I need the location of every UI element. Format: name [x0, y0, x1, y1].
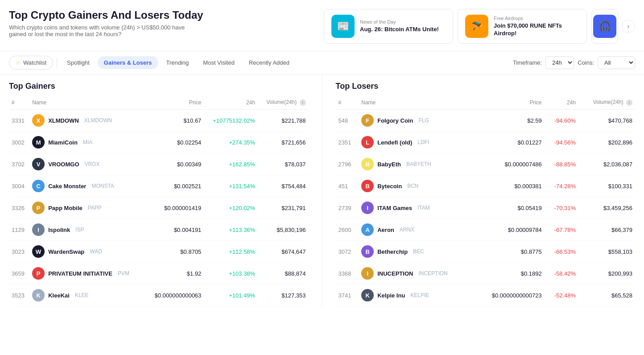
coin-symbol: KLEE	[75, 292, 89, 298]
rank-header-l: #	[336, 95, 359, 110]
rank-cell: 3368	[336, 263, 359, 285]
table-row: 3004 C Cake Monster MONSTA $0.002521 +13…	[9, 175, 309, 197]
tab-separator	[57, 58, 57, 67]
change-cell: +274.35%	[204, 132, 258, 153]
name-cell[interactable]: B Betherchip BEC	[359, 241, 475, 263]
rank-cell: 3523	[9, 285, 29, 306]
name-cell[interactable]: P Papp Mobile PAPP	[29, 197, 145, 219]
change-header-l: 24h	[545, 95, 578, 110]
volume-cell: $674,647	[258, 241, 308, 263]
name-cell[interactable]: V VROOMGO VRGX	[29, 153, 145, 175]
coin-symbol: BABYETH	[406, 161, 431, 167]
name-cell[interactable]: L Lendefi (old) LDFI	[359, 132, 475, 153]
coin-icon: V	[32, 158, 45, 170]
losers-table: # Name Price 24h Volume(24h) i 548 F Fol…	[336, 95, 636, 306]
change-cell: -52.48%	[545, 285, 578, 306]
price-cell: $0.004191	[145, 219, 204, 241]
table-row: 2796 B BabyEth BABYETH $0.000007486 -88.…	[336, 153, 636, 175]
price-cell: $0.002521	[145, 175, 204, 197]
page-subtitle: Which crypto coins and tokens with volum…	[9, 24, 187, 37]
tab-trending[interactable]: Trending	[160, 56, 195, 69]
name-cell[interactable]: W WardenSwap WAD	[29, 241, 145, 263]
rank-cell: 3002	[9, 132, 29, 153]
volume-cell: $2,036,087	[578, 153, 635, 175]
coin-icon: C	[32, 180, 45, 192]
volume-cell: $221,788	[258, 110, 308, 132]
coins-select[interactable]: All Coins Tokens	[598, 56, 635, 69]
table-row: 3523 K KleeKai KLEE $0.000000000063 +101…	[9, 285, 309, 306]
news-card-label-0: News of the Day	[360, 19, 439, 25]
news-next-arrow[interactable]: ›	[622, 20, 635, 33]
coin-icon: F	[361, 114, 374, 127]
coin-icon: M	[32, 136, 45, 149]
coin-icon: I	[32, 223, 45, 236]
name-cell[interactable]: M MiamiCoin MIA	[29, 132, 145, 153]
coin-name: KleeKai	[48, 292, 70, 299]
price-cell: $0.000007486	[475, 153, 545, 175]
name-cell[interactable]: F Folgory Coin FLG	[359, 110, 475, 132]
table-row: 3702 V VROOMGO VRGX $0.00349 +162.85% $7…	[9, 153, 309, 175]
price-header-l: Price	[475, 95, 545, 110]
change-cell: -58.42%	[545, 263, 578, 285]
price-cell: $0.8705	[145, 241, 204, 263]
news-cards-container: 📰 News of the Day Aug. 26: Bitcoin ATMs …	[324, 9, 618, 44]
rank-cell: 3702	[9, 153, 29, 175]
volume-cell: $66,379	[578, 219, 635, 241]
table-row: 3326 P Papp Mobile PAPP $0.000001419 +12…	[9, 197, 309, 219]
coin-name: VROOMGO	[48, 161, 79, 168]
tab-gainers-losers[interactable]: Gainers & Losers	[98, 56, 158, 69]
price-cell: $0.000000000063	[145, 285, 204, 306]
name-cell[interactable]: C Cake Monster MONSTA	[29, 175, 145, 197]
coin-symbol: MONSTA	[91, 183, 114, 189]
volume-header-l: Volume(24h) i	[578, 95, 635, 110]
change-cell: +162.85%	[204, 153, 258, 175]
name-cell[interactable]: I Ispolink ISP	[29, 219, 145, 241]
coin-symbol: BEC	[413, 248, 424, 255]
name-cell[interactable]: P PRIVATEUM INITIATIVE PVM	[29, 263, 145, 285]
timeframe-select[interactable]: 24h 1h 7d	[545, 56, 574, 69]
tab-most-visited[interactable]: Most Visited	[197, 56, 241, 69]
coin-symbol: ITAM	[417, 205, 430, 211]
coin-name: ITAM Games	[377, 205, 412, 211]
coin-symbol: PAPP	[88, 205, 102, 211]
news-card-2[interactable]: 🎧	[591, 9, 618, 44]
news-card-label-1: Free Airdrops	[494, 16, 579, 21]
name-cell[interactable]: B BabyEth BABYETH	[359, 153, 475, 175]
name-cell[interactable]: I INUCEPTION INCEPTION	[359, 263, 475, 285]
name-cell[interactable]: K Kelpie Inu KELPIE	[359, 285, 475, 306]
change-cell: +120.02%	[204, 197, 258, 219]
name-cell[interactable]: B Bytecoin BCN	[359, 175, 475, 197]
table-row: 2600 A Aeron ARNX $0.00009784 -67.78% $6…	[336, 219, 636, 241]
coin-symbol: VRGX	[85, 161, 100, 167]
coin-name: Aeron	[377, 227, 394, 233]
table-row: 3741 K Kelpie Inu KELPIE $0.000000000072…	[336, 285, 636, 306]
name-cell[interactable]: A Aeron ARNX	[359, 219, 475, 241]
coin-icon: B	[361, 158, 374, 170]
price-cell: $0.00009784	[475, 219, 545, 241]
tab-watchlist[interactable]: ☆ Watchlist	[9, 56, 53, 70]
news-card-1[interactable]: 🪂 Free Airdrops Join $70,000 RUNE NFTs A…	[458, 9, 587, 44]
name-cell[interactable]: I ITAM Games ITAM	[359, 197, 475, 219]
news-card-0[interactable]: 📰 News of the Day Aug. 26: Bitcoin ATMs …	[324, 9, 453, 44]
coin-name: MiamiCoin	[48, 139, 78, 146]
price-cell: $0.000001419	[145, 197, 204, 219]
volume-cell: $202,896	[578, 132, 635, 153]
volume-info-icon[interactable]: i	[300, 99, 306, 106]
rank-cell: 3072	[336, 241, 359, 263]
volume-cell: $78,037	[258, 153, 308, 175]
volume-cell: $558,103	[578, 241, 635, 263]
losers-section: Top Losers # Name Price 24h Volume(24h) …	[322, 74, 636, 306]
rank-cell: 451	[336, 175, 359, 197]
table-row: 3659 P PRIVATEUM INITIATIVE PVM $1.92 +1…	[9, 263, 309, 285]
tab-spotlight[interactable]: Spotlight	[61, 56, 96, 69]
volume-cell: $200,993	[578, 263, 635, 285]
change-cell: +112.58%	[204, 241, 258, 263]
coins-label: Coins:	[578, 59, 594, 66]
name-cell[interactable]: K KleeKai KLEE	[29, 285, 145, 306]
coin-icon: W	[32, 245, 45, 258]
volume-info-icon-l[interactable]: i	[626, 99, 632, 106]
coin-icon: K	[32, 289, 45, 301]
tab-recently-added[interactable]: Recently Added	[243, 56, 296, 69]
name-cell[interactable]: X XLMDOWN XLMDOWN	[29, 110, 145, 132]
coin-name: Betherchip	[377, 248, 408, 255]
